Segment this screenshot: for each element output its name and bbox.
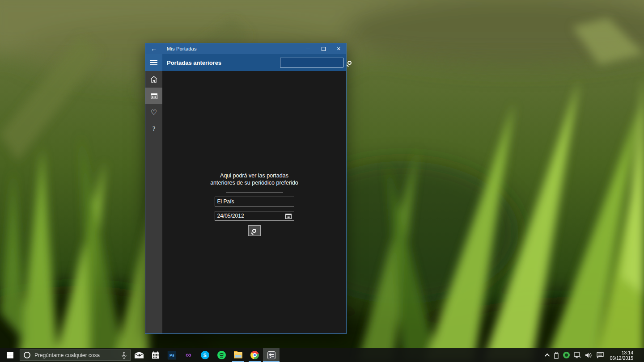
clock-time: 13:14 (610, 350, 633, 355)
taskbar-app-skype[interactable]: S (197, 348, 213, 362)
calendar-icon (151, 93, 157, 99)
file-explorer-icon (234, 352, 242, 358)
skype-icon: S (201, 351, 209, 359)
minimize-icon: — (306, 46, 310, 51)
taskbar-app-mail[interactable] (131, 348, 147, 362)
taskbar-apps: Ps ∞ S (131, 348, 280, 362)
tray-usb-button[interactable] (554, 352, 559, 359)
search-icon (347, 61, 352, 65)
maximize-button[interactable] (316, 43, 331, 54)
main-content: Aqui podrá ver las portadas anteriores d… (162, 71, 346, 333)
taskbar: Ps ∞ S (0, 348, 644, 362)
mis-portadas-window: ← Mis Portadas — ✕ Portadas anteriores (145, 43, 347, 334)
green-app-icon (563, 352, 570, 358)
search-icon (252, 229, 256, 233)
speaker-icon (585, 352, 593, 358)
newspaper-input[interactable] (217, 198, 292, 205)
clock-date: 06/12/2015 (610, 355, 633, 361)
intro-line1: Aqui podrá ver las portadas (210, 172, 298, 179)
windows-logo-icon (7, 352, 13, 358)
usb-drive-icon (554, 352, 559, 359)
calendar-app-icon (152, 351, 160, 359)
newspaper-field[interactable] (215, 197, 294, 206)
date-input[interactable] (217, 213, 285, 219)
taskbar-app-photoshop[interactable]: Ps (164, 348, 180, 362)
taskbar-app-mis-portadas[interactable] (263, 348, 280, 362)
chrome-icon (250, 351, 259, 359)
visual-studio-icon: ∞ (186, 351, 191, 359)
close-button[interactable]: ✕ (331, 43, 346, 54)
mail-icon (135, 352, 144, 358)
window-titlebar[interactable]: ← Mis Portadas — ✕ (145, 43, 346, 54)
window-title: Mis Portadas (162, 46, 301, 51)
app-header: Portadas anteriores (145, 54, 346, 71)
tray-app-button[interactable] (563, 352, 570, 358)
taskbar-app-calendar[interactable] (147, 348, 164, 362)
mis-portadas-app-icon (267, 351, 275, 359)
close-icon: ✕ (336, 46, 340, 52)
hamburger-button[interactable] (145, 54, 162, 71)
date-picker-calendar-icon[interactable] (285, 213, 292, 219)
taskbar-clock[interactable]: 13:14 06/12/2015 (608, 350, 637, 361)
action-center-icon (597, 352, 604, 358)
minimize-button[interactable]: — (301, 43, 316, 54)
header-search-input[interactable] (280, 58, 347, 67)
back-button[interactable]: ← (145, 43, 162, 54)
microphone-icon[interactable] (122, 352, 127, 359)
sidebar-item-previous-covers[interactable] (145, 88, 162, 104)
taskbar-app-visual-studio[interactable]: ∞ (180, 348, 197, 362)
system-tray: 13:14 06/12/2015 (546, 348, 644, 362)
taskbar-app-spotify[interactable] (213, 348, 230, 362)
spotify-icon (217, 351, 226, 359)
home-icon (150, 76, 157, 83)
sidebar-item-home[interactable] (145, 71, 162, 88)
photoshop-icon: Ps (168, 351, 176, 359)
network-icon (574, 352, 581, 358)
action-center-button[interactable] (597, 352, 604, 358)
taskbar-app-file-explorer[interactable] (230, 348, 246, 362)
sidebar-item-help[interactable]: ? (145, 121, 162, 137)
cortana-search-input[interactable] (34, 352, 122, 358)
tray-chevron-button[interactable] (546, 354, 550, 357)
help-icon: ? (153, 126, 155, 133)
back-icon: ← (151, 45, 157, 52)
tray-network-button[interactable] (574, 352, 581, 358)
header-search-button[interactable] (347, 61, 352, 65)
intro-text: Aqui podrá ver las portadas anteriores d… (210, 172, 298, 186)
intro-line2: anteriores de su periódico preferido (210, 179, 298, 186)
taskbar-app-chrome[interactable] (246, 348, 263, 362)
hamburger-icon (150, 60, 157, 61)
chevron-up-icon (545, 353, 550, 358)
cortana-icon (24, 352, 30, 358)
date-field[interactable] (215, 211, 294, 221)
start-button[interactable] (0, 348, 20, 362)
page-title: Portadas anteriores (162, 59, 221, 66)
header-search-box[interactable] (280, 58, 343, 67)
heart-icon: ♡ (151, 109, 157, 116)
search-covers-button[interactable] (248, 225, 261, 236)
maximize-icon (322, 47, 326, 51)
sidebar-item-favorites[interactable]: ♡ (145, 104, 162, 121)
tray-volume-button[interactable] (585, 352, 593, 358)
divider (226, 192, 283, 193)
sidebar: ♡ ? (145, 71, 162, 333)
cortana-search-box[interactable] (20, 349, 131, 361)
